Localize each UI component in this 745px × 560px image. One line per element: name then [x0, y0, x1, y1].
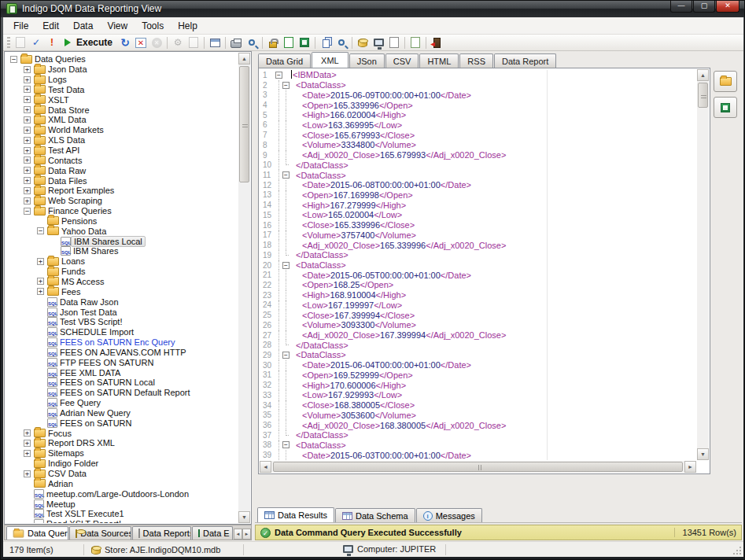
tree-item[interactable]: SQLFTP FEES ON SATURN: [6, 357, 238, 367]
tab-data-schema[interactable]: Data Schema: [335, 508, 415, 522]
tree-scrollbar[interactable]: ▲ ▼: [238, 53, 250, 523]
editor-horizontal-scrollbar[interactable]: ◄ ►: [260, 461, 696, 473]
exit-icon[interactable]: [429, 35, 444, 50]
expand-icon[interactable]: +: [24, 137, 31, 144]
expand-icon[interactable]: +: [37, 288, 44, 295]
fold-collapse-icon[interactable]: −: [282, 82, 290, 89]
tree-item[interactable]: +Fees: [6, 286, 238, 297]
validate-check-icon[interactable]: ✓: [28, 35, 44, 50]
tree-item[interactable]: −Data Queries: [6, 54, 238, 64]
tab-xml[interactable]: XML: [312, 52, 349, 68]
expand-icon[interactable]: +: [24, 197, 31, 204]
scroll-right-icon[interactable]: ►: [684, 461, 696, 473]
tree-item[interactable]: −Finance Queries: [6, 206, 238, 216]
tree-item[interactable]: SQLIBM Shares: [6, 246, 238, 256]
tree-item[interactable]: SQLIBM Shares Local: [6, 236, 238, 246]
menu-view[interactable]: View: [100, 18, 135, 34]
title-bar[interactable]: Indigo DQM Data Reporting View — ▢ ✕: [1, 1, 744, 17]
delete-icon[interactable]: ✕: [133, 35, 149, 50]
tree-item[interactable]: Pensions: [6, 216, 238, 227]
tab-data-reports[interactable]: Data Reports: [132, 526, 191, 540]
properties-window-icon[interactable]: [207, 35, 223, 50]
tab-html[interactable]: HTML: [419, 53, 459, 68]
fold-collapse-icon[interactable]: −: [282, 441, 290, 448]
tab-json[interactable]: JSon: [349, 53, 385, 68]
editor-vscroll-thumb[interactable]: [698, 83, 708, 108]
fold-collapse-icon[interactable]: −: [275, 72, 282, 79]
menu-file[interactable]: File: [6, 18, 35, 34]
editor-hscroll-thumb[interactable]: [273, 462, 683, 472]
execute-button[interactable]: Execute: [76, 37, 112, 48]
tree-item[interactable]: +Data Store: [6, 105, 238, 115]
tree-item[interactable]: SQLFEES ON AJEVANS.COM HTTP: [6, 347, 238, 357]
tree-item[interactable]: SQLFEES on SATURN Enc Query: [6, 337, 238, 348]
scroll-up-icon[interactable]: ▲: [238, 53, 250, 64]
print-icon[interactable]: [228, 35, 244, 50]
collapse-icon[interactable]: −: [37, 227, 44, 234]
tree-item[interactable]: Adrian: [6, 478, 238, 488]
tree-item[interactable]: +XML Data: [6, 115, 238, 125]
print-preview-icon[interactable]: [244, 35, 260, 50]
tab-data-grid[interactable]: Data Grid: [258, 53, 311, 68]
expand-icon[interactable]: +: [24, 440, 31, 447]
tab-data-results[interactable]: Data Results: [257, 507, 334, 522]
fold-collapse-icon[interactable]: −: [282, 262, 290, 269]
collapse-icon[interactable]: −: [24, 208, 31, 215]
toolbar-grip[interactable]: [7, 37, 10, 48]
tree-item[interactable]: +Sitemaps: [6, 448, 238, 459]
tree-item[interactable]: +MS Access: [6, 277, 238, 287]
tab-data-report[interactable]: Data Report: [494, 53, 556, 68]
tree-item[interactable]: SQLRead XSLT Report!: [6, 519, 238, 523]
tree-item[interactable]: +Focus: [6, 428, 238, 438]
expand-icon[interactable]: +: [24, 450, 31, 457]
computer-icon[interactable]: [371, 35, 386, 50]
lock-icon[interactable]: [265, 35, 281, 50]
edit-icon[interactable]: [186, 35, 201, 50]
tree-item[interactable]: +Report Examples: [6, 186, 238, 196]
tree-item[interactable]: SQLSCHEDULE Import: [6, 327, 238, 337]
tree-item[interactable]: +CSV Data: [6, 469, 238, 479]
tree-item[interactable]: +XLS Data: [6, 135, 238, 146]
export-html-icon[interactable]: [281, 35, 297, 50]
new-document-icon[interactable]: [386, 35, 402, 50]
minimize-button[interactable]: —: [670, 1, 692, 13]
scroll-left-icon[interactable]: ◄: [260, 461, 271, 473]
resize-grip[interactable]: [732, 546, 742, 555]
stop-icon[interactable]: ✕: [149, 35, 164, 50]
tree-item[interactable]: SQLTest XSLT Execute1: [6, 509, 238, 519]
tree-item[interactable]: +Loans: [6, 256, 238, 267]
database-icon[interactable]: [355, 35, 371, 50]
tab-rss[interactable]: RSS: [459, 53, 493, 68]
tree-item[interactable]: SQLTest VBS Script!: [6, 317, 238, 327]
xml-editor[interactable]: 1 − <IBMData> 2 − <DataClass> 3 <Date>20…: [258, 68, 710, 474]
tab-data-sources[interactable]: Data Sources: [69, 526, 131, 540]
tab-csv[interactable]: CSV: [385, 53, 419, 68]
tree-item[interactable]: +Json Data: [6, 64, 238, 75]
export-excel-button[interactable]: [714, 97, 737, 118]
expand-icon[interactable]: +: [24, 167, 31, 174]
scroll-up-icon[interactable]: ▲: [697, 69, 709, 81]
collapse-icon[interactable]: −: [10, 56, 17, 63]
tree-item[interactable]: Funds: [6, 267, 238, 277]
expand-icon[interactable]: +: [24, 76, 31, 83]
expand-icon[interactable]: +: [24, 177, 31, 184]
search-icon[interactable]: [334, 35, 349, 50]
menu-data[interactable]: Data: [66, 18, 100, 34]
expand-icon[interactable]: +: [24, 106, 31, 113]
maximize-button[interactable]: ▢: [693, 1, 715, 13]
copy-icon[interactable]: [318, 35, 334, 50]
menu-edit[interactable]: Edit: [35, 18, 66, 34]
menu-tools[interactable]: Tools: [135, 18, 171, 34]
tree-item[interactable]: +Contacts: [6, 155, 238, 165]
expand-icon[interactable]: +: [37, 278, 44, 285]
open-report-button[interactable]: [714, 71, 737, 92]
tree-item[interactable]: +Test Data: [6, 85, 238, 95]
menu-help[interactable]: Help: [171, 18, 205, 34]
editor-vertical-scrollbar[interactable]: ▲ ▼: [697, 69, 709, 460]
tab-messages[interactable]: iMessages: [416, 508, 482, 522]
refresh-icon[interactable]: ↻: [117, 35, 133, 50]
tree-item[interactable]: +XSLT: [6, 94, 238, 105]
tree-item[interactable]: +Test API: [6, 146, 238, 156]
scroll-down-icon[interactable]: ▼: [238, 511, 250, 523]
warning-exclamation-icon[interactable]: !: [44, 35, 60, 50]
